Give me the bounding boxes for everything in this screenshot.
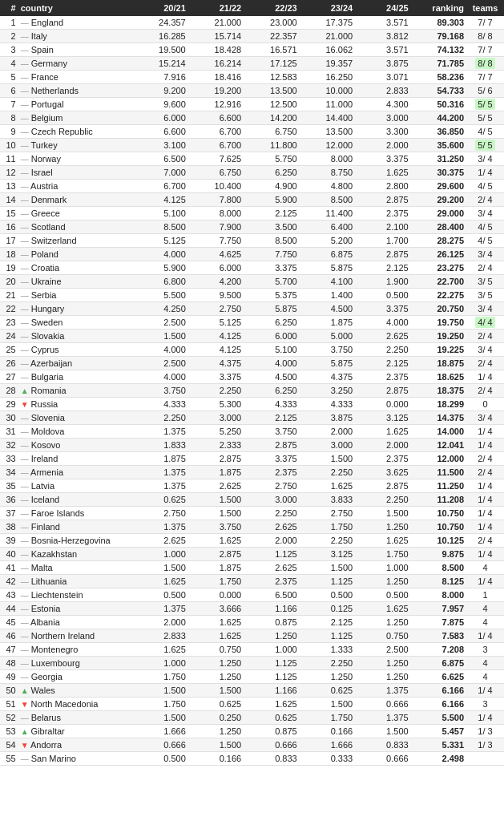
ranking-cell: 8.125 (411, 575, 466, 588)
ranking-cell: 12.041 (411, 439, 466, 452)
score-s2: 8.000 (188, 207, 244, 220)
ranking-cell: 5.500 (411, 711, 466, 725)
country-cell: — Northern Ireland (18, 629, 133, 643)
teams-cell: 7/ 7 (466, 43, 504, 57)
score-s2: 0.750 (188, 643, 244, 657)
score-s2: 2.875 (188, 452, 244, 466)
rank-cell: 3 (0, 43, 18, 57)
country-cell: — England (18, 16, 133, 30)
ranking-cell: 7.875 (411, 616, 466, 629)
country-cell: — Liechtenstein (18, 588, 133, 602)
country-name: Luxembourg (31, 658, 80, 668)
score-s2: 3.666 (188, 602, 244, 616)
teams-value: 1 (480, 589, 490, 601)
table-row: 30 — Slovenia 2.250 3.000 2.125 3.875 3.… (0, 411, 504, 425)
score-s4: 1.125 (300, 629, 355, 643)
score-s4: 1.500 (300, 452, 355, 466)
score-s3: 1.125 (244, 657, 299, 670)
score-s5: 0.666 (355, 752, 410, 766)
country-cell: — Ireland (18, 452, 133, 466)
score-s1: 1.875 (132, 452, 187, 466)
score-s3: 17.125 (244, 57, 299, 71)
teams-cell: 1/ 3 (466, 738, 504, 752)
table-row: 33 — Ireland 1.875 2.875 3.375 1.500 2.3… (0, 452, 504, 466)
teams-value: 1/ 4 (475, 712, 494, 723)
ranking-cell: 10.125 (411, 534, 466, 548)
score-s4: 0.125 (300, 602, 355, 616)
score-s5: 0.750 (355, 629, 410, 643)
teams-value: 7/ 7 (475, 71, 494, 83)
teams-cell (466, 752, 504, 766)
score-s3: 12.583 (244, 71, 299, 84)
country-cell: ▲ Romania (18, 384, 133, 398)
score-s5: 3.071 (355, 71, 410, 84)
score-s1: 24.357 (132, 16, 187, 30)
score-s5: 1.625 (355, 534, 410, 548)
country-name: Wales (31, 686, 55, 695)
score-s3: 2.000 (244, 534, 299, 548)
teams-cell: 1/ 4 (466, 507, 504, 520)
teams-value: 4/ 5 (475, 235, 494, 246)
country-cell: — Kazakhstan (18, 548, 133, 561)
score-s3: 5.700 (244, 275, 299, 289)
arrow-neutral-icon: — (21, 659, 29, 668)
teams-cell: 1 (466, 588, 504, 602)
table-row: 16 — Scotland 8.500 7.900 3.500 6.400 2.… (0, 220, 504, 234)
country-cell: — Slovenia (18, 411, 133, 425)
teams-cell: 2/ 4 (466, 261, 504, 275)
arrow-neutral-icon: — (21, 114, 29, 123)
country-name: Slovakia (31, 331, 65, 341)
table-row: 1 — England 24.357 21.000 23.000 17.375 … (0, 16, 504, 30)
table-row: 19 — Croatia 5.900 6.000 3.375 5.875 2.1… (0, 261, 504, 275)
score-s4: 8.750 (300, 166, 355, 180)
score-s3: 3.375 (244, 452, 299, 466)
score-s1: 15.214 (132, 57, 187, 71)
score-s4: 10.000 (300, 84, 355, 98)
teams-cell: 1/ 4 (466, 425, 504, 439)
score-s3: 2.625 (244, 520, 299, 534)
score-s5: 2.000 (355, 439, 410, 452)
ranking-cell: 14.000 (411, 425, 466, 439)
country-cell: — Iceland (18, 493, 133, 507)
teams-value: 1/ 4 (475, 167, 494, 178)
table-row: 32 — Kosovo 1.833 2.333 2.875 3.000 2.00… (0, 439, 504, 452)
score-s1: 2.250 (132, 411, 187, 425)
teams-value: 3/ 4 (475, 249, 494, 260)
teams-value: 2/ 4 (475, 194, 494, 205)
arrow-neutral-icon: — (21, 73, 29, 82)
arrow-neutral-icon: — (21, 305, 29, 313)
rank-cell: 6 (0, 84, 18, 98)
arrow-neutral-icon: — (21, 754, 29, 763)
score-s4: 6.400 (300, 220, 355, 234)
arrow-neutral-icon: — (21, 100, 29, 109)
teams-cell: 4 (466, 616, 504, 629)
country-name: France (31, 72, 58, 82)
score-s3: 6.750 (244, 125, 299, 139)
score-s5: 1.250 (355, 616, 410, 629)
score-s1: 1.666 (132, 725, 187, 738)
table-row: 36 — Iceland 0.625 1.500 3.000 3.833 2.2… (0, 493, 504, 507)
col-header-country: country (18, 0, 133, 16)
score-s1: 1.375 (132, 520, 187, 534)
teams-value: 4 (480, 657, 490, 669)
score-s3: 2.125 (244, 207, 299, 220)
table-row: 21 — Serbia 5.500 9.500 5.375 1.400 0.50… (0, 289, 504, 302)
score-s3: 5.375 (244, 289, 299, 302)
rank-cell: 32 (0, 439, 18, 452)
arrow-neutral-icon: — (21, 482, 29, 491)
country-cell: — Kosovo (18, 439, 133, 452)
teams-cell: 1/ 4 (466, 370, 504, 384)
score-s3: 22.357 (244, 30, 299, 43)
score-s3: 23.000 (244, 16, 299, 30)
teams-cell: 7/ 7 (466, 71, 504, 84)
score-s5: 1.500 (355, 507, 410, 520)
score-s4: 4.375 (300, 370, 355, 384)
teams-cell: 1/ 4 (466, 711, 504, 725)
country-name: Romania (31, 386, 67, 395)
table-row: 22 — Hungary 4.250 2.750 5.875 4.500 3.3… (0, 302, 504, 316)
teams-value: 4 (480, 671, 490, 682)
rank-cell: 4 (0, 57, 18, 71)
arrow-neutral-icon: — (21, 564, 29, 572)
score-s5: 4.000 (355, 316, 410, 330)
arrow-neutral-icon: — (21, 346, 29, 354)
